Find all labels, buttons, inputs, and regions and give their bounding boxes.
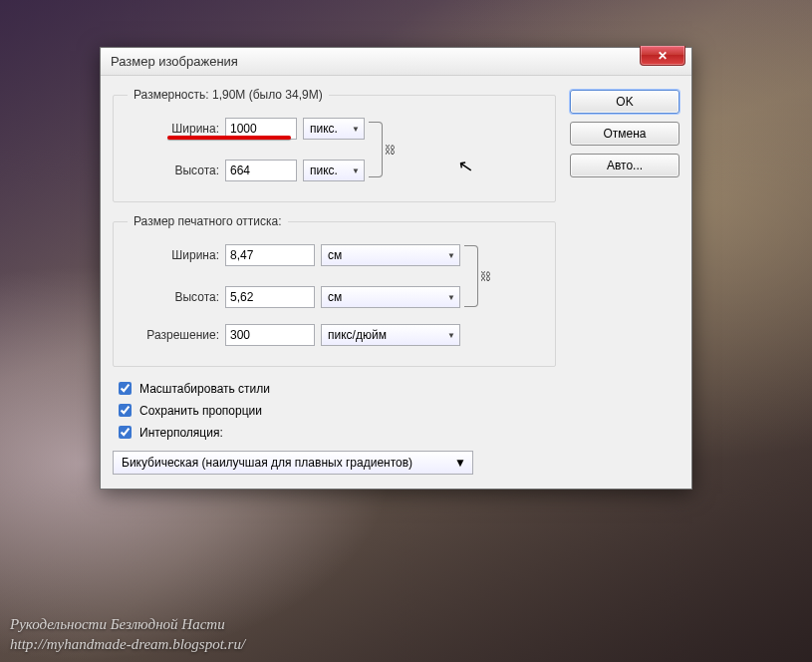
print-width-input[interactable] xyxy=(225,244,315,266)
chevron-down-icon: ▼ xyxy=(454,456,466,470)
print-height-label: Высота: xyxy=(128,290,219,304)
link-icon: ⛓ xyxy=(480,270,491,282)
scale-styles-checkbox[interactable] xyxy=(119,382,132,395)
chevron-down-icon: ▼ xyxy=(352,125,360,134)
resample-label: Интерполяция: xyxy=(139,426,223,440)
watermark-line1: Рукодельности Безлюдной Насти xyxy=(10,615,245,635)
cancel-button[interactable]: Отмена xyxy=(570,122,679,146)
link-icon: ⛓ xyxy=(385,144,396,156)
resample-row[interactable]: Интерполяция: xyxy=(115,423,556,442)
pixel-width-label: Ширина: xyxy=(128,122,219,136)
print-height-unit-combo[interactable]: см ▼ xyxy=(321,286,460,308)
print-width-unit-value: см xyxy=(328,248,342,262)
constrain-proportions-checkbox[interactable] xyxy=(119,404,132,417)
print-height-unit-value: см xyxy=(328,290,342,304)
pixel-height-unit-value: пикс. xyxy=(310,164,338,177)
pixel-height-input[interactable] xyxy=(225,160,297,181)
resolution-unit-combo[interactable]: пикс/дюйм ▼ xyxy=(321,324,460,346)
scale-styles-row[interactable]: Масштабировать стили xyxy=(115,379,556,398)
chevron-down-icon: ▼ xyxy=(447,331,455,340)
print-width-unit-combo[interactable]: см ▼ xyxy=(321,244,460,266)
resolution-input[interactable] xyxy=(225,324,315,346)
image-size-dialog: Размер изображения ✕ Размерность: 1,90M … xyxy=(100,47,692,490)
red-underline-annotation xyxy=(167,136,291,140)
titlebar[interactable]: Размер изображения ✕ xyxy=(101,48,691,76)
chevron-down-icon: ▼ xyxy=(447,293,455,302)
pixel-dimensions-legend: Размерность: 1,90M (было 34,9M) xyxy=(128,88,329,102)
chevron-down-icon: ▼ xyxy=(447,251,455,260)
pixel-width-unit-combo[interactable]: пикс. ▼ xyxy=(303,118,365,140)
pixel-height-unit-combo[interactable]: пикс. ▼ xyxy=(303,160,365,181)
close-button[interactable]: ✕ xyxy=(640,46,685,66)
watermark: Рукодельности Безлюдной Насти http://myh… xyxy=(10,615,245,654)
ok-button[interactable]: OK xyxy=(570,90,679,114)
pixel-dimensions-group: Размерность: 1,90M (было 34,9M) Ширина: … xyxy=(113,88,556,202)
print-dimensions-group: Размер печатного оттиска: Ширина: см ▼ xyxy=(113,214,556,367)
print-dimensions-legend: Размер печатного оттиска: xyxy=(128,214,288,228)
chevron-down-icon: ▼ xyxy=(352,166,360,175)
scale-styles-label: Масштабировать стили xyxy=(139,382,270,396)
link-bracket: ⛓ xyxy=(369,122,383,177)
interpolation-value: Бикубическая (наилучшая для плавных град… xyxy=(122,456,412,470)
interpolation-combo[interactable]: Бикубическая (наилучшая для плавных град… xyxy=(113,451,473,475)
link-bracket: ⛓ xyxy=(464,245,478,307)
watermark-line2: http://myhandmade-dream.blogspot.ru/ xyxy=(10,635,245,655)
resolution-label: Разрешение: xyxy=(128,328,219,342)
print-height-input[interactable] xyxy=(225,286,315,308)
dialog-title: Размер изображения xyxy=(111,54,238,69)
close-icon: ✕ xyxy=(658,49,668,63)
constrain-proportions-row[interactable]: Сохранить пропорции xyxy=(115,401,556,420)
resolution-unit-value: пикс/дюйм xyxy=(328,328,387,342)
constrain-proportions-label: Сохранить пропорции xyxy=(139,404,262,418)
print-width-label: Ширина: xyxy=(128,248,219,262)
pixel-height-label: Высота: xyxy=(128,164,219,177)
pixel-width-unit-value: пикс. xyxy=(310,122,338,136)
auto-button[interactable]: Авто... xyxy=(570,154,679,177)
resample-checkbox[interactable] xyxy=(119,426,132,439)
